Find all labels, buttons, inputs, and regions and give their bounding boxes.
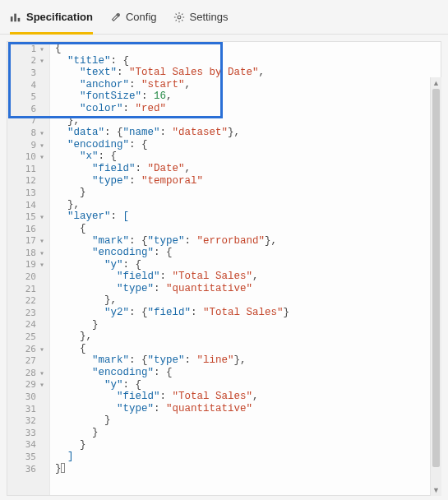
gutter-line: 14 <box>7 199 49 211</box>
vertical-scrollbar[interactable]: ▲ ▼ <box>430 77 441 496</box>
gutter-line: 33 <box>7 427 49 439</box>
gutter-line: 20 <box>7 271 49 283</box>
gutter-line: 16 <box>7 223 49 235</box>
gutter-line: 15▾ <box>7 211 49 223</box>
gutter-line: 29▾ <box>7 379 49 391</box>
code-line[interactable]: "type": "temporal" <box>55 175 441 188</box>
code-line[interactable]: ] <box>55 451 441 463</box>
tab-label: Config <box>126 11 157 23</box>
code-line[interactable]: "encoding": { <box>55 139 441 151</box>
fold-toggle-icon[interactable]: ▾ <box>38 248 46 257</box>
tab-settings[interactable]: Settings <box>173 0 229 34</box>
code-line[interactable]: "fontSize": 16, <box>55 90 441 103</box>
code-line[interactable]: }, <box>55 294 441 307</box>
gutter-line: 6 <box>7 103 49 115</box>
code-line[interactable]: "y2": {"field": "Total Sales"} <box>55 307 441 319</box>
gutter-line: 34 <box>7 439 49 451</box>
gutter-line: 21 <box>7 283 49 295</box>
code-line[interactable]: } <box>55 319 441 331</box>
gutter-line: 25 <box>7 331 49 343</box>
fold-toggle-icon[interactable]: ▾ <box>38 56 46 65</box>
code-line[interactable]: } <box>55 463 441 475</box>
gutter-line: 17▾ <box>7 235 49 248</box>
gutter-line: 18▾ <box>7 247 49 259</box>
fold-toggle-icon[interactable]: ▾ <box>38 212 46 221</box>
gutter-line: 26▾ <box>7 343 49 355</box>
code-editor[interactable]: 1▾2▾345678▾9▾10▾1112131415▾1617▾18▾19▾20… <box>7 41 441 496</box>
text-cursor <box>61 463 65 473</box>
scroll-down-icon[interactable]: ▼ <box>431 484 441 496</box>
code-line[interactable]: "field": "Total Sales", <box>55 271 441 283</box>
scrollbar-track[interactable] <box>431 89 441 484</box>
gutter-line: 19▾ <box>7 259 49 271</box>
scroll-up-icon[interactable]: ▲ <box>431 77 441 89</box>
code-line[interactable]: "encoding": { <box>55 247 441 259</box>
gutter-line: 12 <box>7 175 49 188</box>
fold-toggle-icon[interactable]: ▾ <box>38 141 46 150</box>
code-line[interactable]: "mark": {"type": "errorband"}, <box>55 235 441 248</box>
code-line[interactable]: { <box>55 343 441 355</box>
editor-container: 1▾2▾345678▾9▾10▾1112131415▾1617▾18▾19▾20… <box>0 35 448 500</box>
tab-config[interactable]: Config <box>109 0 157 34</box>
fold-toggle-icon[interactable]: ▾ <box>38 368 46 377</box>
fold-toggle-icon[interactable]: ▾ <box>38 128 46 137</box>
code-line[interactable]: "color": "red" <box>55 103 441 115</box>
fold-toggle-icon[interactable]: ▾ <box>38 345 46 354</box>
code-line[interactable]: "layer": [ <box>55 211 441 223</box>
gutter-line: 10▾ <box>7 150 49 163</box>
code-line[interactable]: "type": "quantitative" <box>55 283 441 295</box>
code-line[interactable]: "mark": {"type": "line"}, <box>55 354 441 367</box>
code-line[interactable]: "y": { <box>55 259 441 271</box>
code-line[interactable]: "text": "Total Sales by Date", <box>55 67 441 79</box>
code-line[interactable]: "x": { <box>55 150 441 163</box>
code-line[interactable]: }, <box>55 115 441 127</box>
svg-rect-1 <box>14 13 16 21</box>
code-line[interactable]: "type": "quantitative" <box>55 403 441 415</box>
gutter-line: 32 <box>7 414 49 427</box>
gutter-line: 11 <box>7 163 49 175</box>
code-line[interactable]: "field": "Total Sales", <box>55 391 441 403</box>
bar-chart-icon <box>10 12 21 23</box>
tab-label: Settings <box>190 11 229 23</box>
gutter-line: 9▾ <box>7 139 49 151</box>
code-line[interactable]: "y": { <box>55 379 441 391</box>
gutter-line: 27 <box>7 354 49 367</box>
code-line[interactable]: } <box>55 427 441 439</box>
fold-toggle-icon[interactable]: ▾ <box>38 152 46 161</box>
gutter-line: 35 <box>7 451 49 463</box>
gutter-line: 24 <box>7 319 49 331</box>
tab-bar: Specification Config Settings <box>0 0 448 35</box>
tab-specification[interactable]: Specification <box>10 0 93 34</box>
code-body[interactable]: { "title": { "text": "Total Sales by Dat… <box>50 42 441 495</box>
gutter-line: 5 <box>7 90 49 103</box>
code-line[interactable]: } <box>55 439 441 451</box>
gutter-line: 1▾ <box>7 43 49 55</box>
gutter-line: 3 <box>7 67 49 79</box>
tab-label: Specification <box>26 11 93 23</box>
gutter-line: 28▾ <box>7 367 49 379</box>
gutter-line: 7 <box>7 115 49 127</box>
code-line[interactable]: "field": "Date", <box>55 163 441 175</box>
scrollbar-thumb[interactable] <box>432 89 440 467</box>
code-line[interactable]: "title": { <box>55 55 441 67</box>
fold-toggle-icon[interactable]: ▾ <box>38 260 46 269</box>
gutter-line: 36 <box>7 463 49 475</box>
code-line[interactable]: } <box>55 187 441 199</box>
code-line[interactable]: { <box>55 223 441 235</box>
svg-rect-2 <box>18 17 21 21</box>
fold-toggle-icon[interactable]: ▾ <box>38 44 46 53</box>
wrench-icon <box>109 12 121 23</box>
code-line[interactable]: }, <box>55 199 441 211</box>
fold-toggle-icon[interactable]: ▾ <box>38 380 46 389</box>
code-line[interactable]: { <box>55 43 441 55</box>
fold-toggle-icon[interactable]: ▾ <box>38 236 46 245</box>
gutter-line: 31 <box>7 403 49 415</box>
code-line[interactable]: "anchor": "start", <box>55 79 441 91</box>
code-line[interactable]: "encoding": { <box>55 367 441 379</box>
code-line[interactable]: } <box>55 414 441 427</box>
gutter-line: 4 <box>7 79 49 91</box>
svg-rect-0 <box>11 16 13 21</box>
gutter-line: 13 <box>7 187 49 199</box>
code-line[interactable]: }, <box>55 331 441 343</box>
code-line[interactable]: "data": {"name": "dataset"}, <box>55 127 441 139</box>
